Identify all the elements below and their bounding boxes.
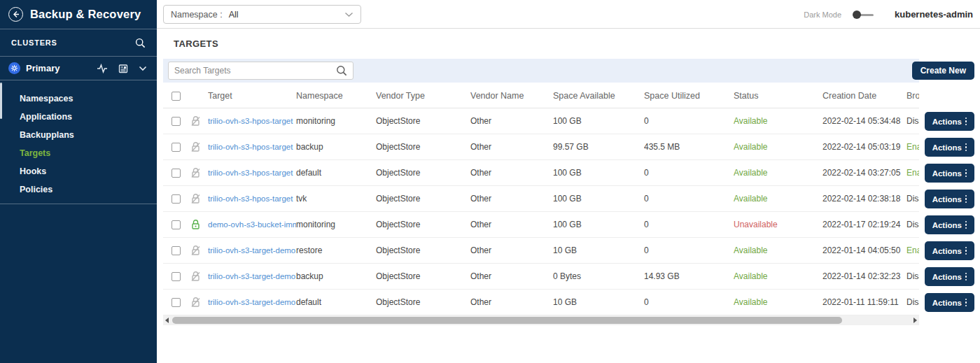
sidebar-item-hooks[interactable]: Hooks <box>0 162 157 180</box>
sidebar-item-backupplans[interactable]: Backupplans <box>0 126 157 144</box>
kebab-icon <box>965 118 967 126</box>
namespace-select[interactable]: Namespace : All <box>163 5 361 24</box>
topbar: Namespace : All Dark Mode kubernetes-adm… <box>157 0 980 29</box>
immutability-lock-icon <box>190 245 201 256</box>
sidebar-item-policies[interactable]: Policies <box>0 180 157 199</box>
row-actions-button[interactable]: Actions <box>925 267 974 286</box>
col-space-utilized: Space Utilized <box>644 91 734 101</box>
target-link[interactable]: trilio-ovh-s3-hpos-target <box>208 169 293 177</box>
select-all-checkbox[interactable] <box>172 92 181 101</box>
sidebar-scrollbar[interactable] <box>0 83 2 119</box>
target-link[interactable]: demo-ovh-s3-bucket-imm... <box>208 220 296 229</box>
kubernetes-icon <box>8 62 20 74</box>
report-icon[interactable] <box>118 64 128 73</box>
scrollbar-thumb[interactable] <box>172 317 842 324</box>
username: kubernetes-admin <box>895 9 973 20</box>
cell-vendor-type: ObjectStore <box>376 220 470 229</box>
cell-creation-date: 2022-01-11 11:59:11 <box>822 297 906 307</box>
cell-status: Available <box>734 116 822 126</box>
cell-space-utilized: 0 <box>644 116 734 126</box>
cluster-name: Primary <box>26 63 97 73</box>
chevron-down-icon <box>344 12 354 17</box>
row-checkbox[interactable] <box>172 143 181 152</box>
namespace-value: All <box>229 10 344 20</box>
cell-space-utilized: 0 <box>644 194 734 204</box>
cell-browsing: Enabled <box>906 168 919 178</box>
cell-creation-date: 2022-01-17 02:19:24 <box>822 220 906 229</box>
cell-browsing: Disabled <box>906 271 919 281</box>
col-target: Target <box>208 91 296 101</box>
row-checkbox[interactable] <box>172 169 181 178</box>
dark-mode-toggle[interactable] <box>853 10 875 20</box>
cell-vendor-type: ObjectStore <box>376 194 470 204</box>
row-checkbox[interactable] <box>172 246 181 255</box>
cell-namespace: default <box>296 297 376 307</box>
cell-vendor-type: ObjectStore <box>376 245 470 255</box>
row-actions-button[interactable]: Actions <box>925 164 974 183</box>
col-browsing: Browsing <box>906 91 919 101</box>
target-link[interactable]: trilio-ovh-s3-target-demo1 <box>208 298 296 306</box>
target-link[interactable]: trilio-ovh-s3-target-demo1 <box>208 246 296 255</box>
cell-status: Available <box>734 297 822 307</box>
immutability-lock-icon <box>190 271 201 282</box>
row-checkbox[interactable] <box>172 298 181 307</box>
table-row: trilio-ovh-s3-hpos-target tvk ObjectStor… <box>163 186 919 212</box>
target-link[interactable]: trilio-ovh-s3-hpos-target <box>208 117 293 125</box>
row-actions-button[interactable]: Actions <box>925 138 974 157</box>
sidebar-item-namespaces[interactable]: Namespaces <box>0 90 157 108</box>
row-actions-button[interactable]: Actions <box>925 112 974 131</box>
col-creation-date: Creation Date <box>822 91 906 101</box>
back-icon[interactable] <box>8 7 23 22</box>
cell-browsing: Disabled <box>906 297 919 307</box>
target-link[interactable]: trilio-ovh-s3-hpos-target <box>208 194 293 203</box>
row-checkbox[interactable] <box>172 220 181 229</box>
namespace-label: Namespace : <box>171 10 223 20</box>
cluster-item-primary[interactable]: Primary <box>0 57 157 80</box>
create-new-button[interactable]: Create New <box>912 62 974 80</box>
search-targets-input[interactable] <box>174 66 336 76</box>
chevron-down-icon[interactable] <box>139 66 147 71</box>
cell-status: Available <box>734 168 822 178</box>
kebab-icon <box>965 273 967 281</box>
cell-namespace: default <box>296 168 376 178</box>
target-link[interactable]: trilio-ovh-s3-hpos-target <box>208 143 293 151</box>
cell-creation-date: 2022-02-14 02:38:18 <box>822 194 906 204</box>
col-space-available: Space Available <box>553 91 644 101</box>
search-icon[interactable] <box>135 38 146 48</box>
search-icon <box>336 65 347 76</box>
col-vendor-type: Vendor Type <box>376 91 470 101</box>
table-toolbar <box>163 59 919 83</box>
row-actions-button[interactable]: Actions <box>925 190 974 208</box>
table-row: trilio-ovh-s3-hpos-target backup ObjectS… <box>163 134 919 160</box>
scroll-right-icon[interactable] <box>913 318 917 323</box>
row-checkbox[interactable] <box>172 272 181 281</box>
target-link[interactable]: trilio-ovh-s3-target-demo1 <box>208 272 296 280</box>
cell-status: Available <box>734 142 822 152</box>
immutability-lock-icon <box>190 115 201 127</box>
immutability-lock-icon <box>190 193 201 204</box>
row-actions-button[interactable]: Actions <box>925 293 974 312</box>
cell-vendor-name: Other <box>470 245 553 255</box>
cell-vendor-name: Other <box>470 116 553 126</box>
row-checkbox[interactable] <box>172 117 181 126</box>
cell-status: Unavailable <box>734 220 822 229</box>
table-row: trilio-ovh-s3-hpos-target monitoring Obj… <box>163 108 919 134</box>
row-actions-button[interactable]: Actions <box>925 215 974 234</box>
cell-space-utilized: 0 <box>644 220 734 229</box>
cell-namespace: backup <box>296 142 376 152</box>
sidebar-item-targets[interactable]: Targets <box>0 144 157 162</box>
row-checkbox[interactable] <box>172 194 181 204</box>
kebab-icon <box>965 221 967 229</box>
sidebar-item-applications[interactable]: Applications <box>0 108 157 126</box>
sidebar-divider <box>0 204 157 204</box>
cell-browsing: Enabled <box>906 245 919 255</box>
cell-vendor-name: Other <box>470 297 553 307</box>
cell-namespace: restore <box>296 245 376 255</box>
scroll-left-icon[interactable] <box>165 318 169 323</box>
cell-vendor-name: Other <box>470 220 553 229</box>
cell-namespace: monitoring <box>296 220 376 229</box>
activity-icon[interactable] <box>97 64 108 73</box>
row-actions-button[interactable]: Actions <box>925 241 974 260</box>
immutability-lock-icon <box>190 297 201 308</box>
cell-vendor-name: Other <box>470 271 553 281</box>
